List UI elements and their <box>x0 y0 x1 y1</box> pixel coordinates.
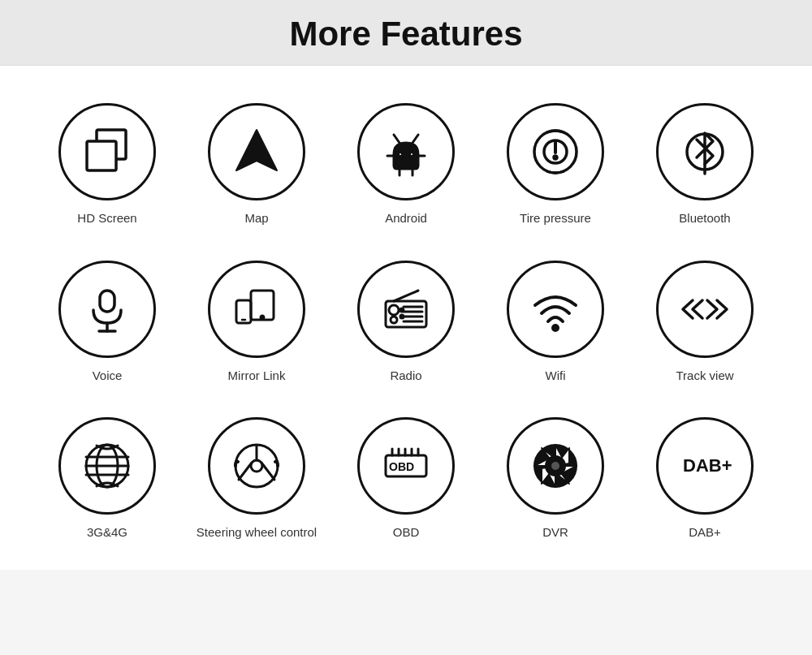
svg-point-32 <box>400 315 404 318</box>
svg-rect-1 <box>87 141 116 170</box>
dab-label: DAB+ <box>689 524 721 541</box>
radio-icon <box>357 261 455 358</box>
wifi-icon <box>507 261 604 358</box>
svg-point-4 <box>410 153 414 157</box>
mirror-link-icon <box>208 261 305 358</box>
3g4g-label: 3G&4G <box>87 524 127 541</box>
svg-line-5 <box>394 135 400 143</box>
svg-line-30 <box>394 291 418 301</box>
svg-point-53 <box>551 461 560 471</box>
feature-hd-screen: HD Screen <box>32 90 182 239</box>
wifi-label: Wifi <box>546 368 566 384</box>
track-view-icon <box>656 261 754 358</box>
radio-label: Radio <box>390 368 421 384</box>
dvr-label: DVR <box>542 524 568 541</box>
page-title: More Features <box>0 15 812 54</box>
svg-point-28 <box>389 305 399 315</box>
feature-bluetooth: Bluetooth <box>630 90 780 239</box>
voice-label: Voice <box>93 368 123 384</box>
svg-text:DAB+: DAB+ <box>683 455 732 476</box>
svg-point-33 <box>553 325 558 330</box>
steering-wheel-icon <box>208 417 305 515</box>
feature-3g4g: 3G&4G <box>32 404 182 554</box>
svg-text:OBD: OBD <box>389 460 414 473</box>
svg-point-29 <box>391 317 397 323</box>
feature-dvr: DVR <box>481 404 630 554</box>
android-label: Android <box>385 210 427 226</box>
bluetooth-label: Bluetooth <box>679 210 730 226</box>
hd-screen-icon <box>58 103 156 200</box>
feature-radio: Radio <box>331 248 481 397</box>
obd-icon: OBD <box>357 417 455 515</box>
svg-rect-16 <box>100 291 114 312</box>
tire-pressure-label: Tire pressure <box>520 210 591 226</box>
track-view-label: Track view <box>676 368 733 384</box>
steering-wheel-label: Steering wheel control <box>197 524 317 541</box>
android-icon <box>357 103 455 200</box>
svg-line-43 <box>261 463 274 480</box>
feature-wifi: Wifi <box>481 248 630 397</box>
feature-map: Map <box>182 90 331 239</box>
svg-point-31 <box>400 308 404 312</box>
svg-line-6 <box>412 135 418 143</box>
dvr-icon <box>507 417 604 515</box>
feature-mirror-link: Mirror Link <box>182 248 331 397</box>
feature-tire-pressure: Tire pressure <box>481 90 630 239</box>
svg-point-20 <box>261 316 264 319</box>
svg-line-42 <box>239 463 252 480</box>
feature-android: Android <box>331 90 481 239</box>
feature-obd: OBD OBD <box>331 404 481 554</box>
map-icon <box>208 103 305 200</box>
feature-track-view: Track view <box>630 248 780 397</box>
feature-steering-wheel: Steering wheel control <box>182 404 331 554</box>
svg-marker-2 <box>236 130 277 170</box>
feature-dab: DAB+ DAB+ <box>630 404 780 554</box>
feature-voice: Voice <box>32 248 182 397</box>
page-header: More Features <box>0 0 812 66</box>
bluetooth-icon <box>656 103 754 200</box>
voice-icon <box>58 261 156 358</box>
tire-pressure-icon <box>507 103 604 200</box>
obd-label: OBD <box>393 524 420 541</box>
svg-point-3 <box>399 153 403 157</box>
dab-icon: DAB+ <box>656 417 754 515</box>
3g4g-icon <box>58 417 156 515</box>
mirror-link-label: Mirror Link <box>228 368 286 384</box>
hd-screen-label: HD Screen <box>77 210 136 226</box>
svg-point-13 <box>554 156 557 159</box>
features-grid: HD Screen Map <box>0 66 812 570</box>
map-label: Map <box>244 210 268 226</box>
